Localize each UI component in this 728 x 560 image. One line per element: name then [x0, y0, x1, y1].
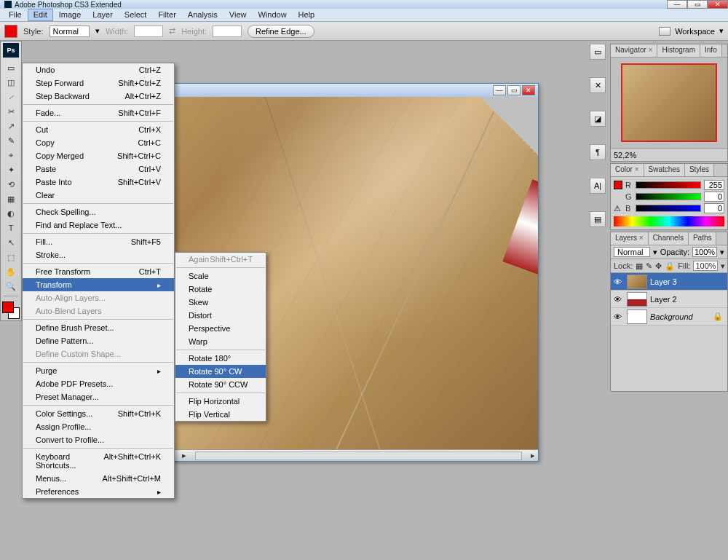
- menu-item-flip-vertical[interactable]: Flip Vertical: [175, 408, 266, 421]
- menu-analysis[interactable]: Analysis: [182, 9, 223, 21]
- layer-row[interactable]: 👁Background🔒: [611, 308, 727, 326]
- menu-item-distort[interactable]: Distort: [175, 309, 266, 322]
- menu-item-clear[interactable]: Clear: [23, 189, 174, 202]
- menu-item-stroke-[interactable]: Stroke...: [23, 248, 174, 261]
- menu-view[interactable]: View: [223, 9, 253, 21]
- color-fg-icon[interactable]: [614, 181, 622, 189]
- tool-7[interactable]: ✦: [3, 162, 19, 177]
- tab-navigator[interactable]: Navigator: [611, 44, 657, 57]
- scroll-right-icon[interactable]: ▸: [531, 451, 535, 460]
- visibility-icon[interactable]: 👁: [611, 312, 624, 321]
- menu-item-cut[interactable]: CutCtrl+X: [23, 123, 174, 136]
- menu-file[interactable]: File: [3, 9, 28, 21]
- menu-item-define-pattern-[interactable]: Define Pattern...: [23, 334, 174, 347]
- menu-item-copy-merged[interactable]: Copy MergedShift+Ctrl+C: [23, 149, 174, 162]
- tab-color[interactable]: Color: [611, 164, 644, 176]
- menu-item-rotate-90-ccw[interactable]: Rotate 90° CCW: [175, 378, 266, 391]
- tab-paths[interactable]: Paths: [689, 232, 717, 245]
- menu-layer[interactable]: Layer: [87, 9, 119, 21]
- opacity-input[interactable]: 100%: [692, 247, 717, 257]
- shape-layer-icon[interactable]: [4, 25, 17, 38]
- tab-layers[interactable]: Layers: [611, 232, 649, 245]
- close-button[interactable]: ✕: [708, 0, 728, 9]
- b-slider[interactable]: [636, 205, 701, 212]
- tab-swatches[interactable]: Swatches: [644, 164, 685, 176]
- tool-8[interactable]: ⟲: [3, 177, 19, 192]
- doc-info-arrow-icon[interactable]: ▸: [182, 451, 186, 460]
- menu-item-warp[interactable]: Warp: [175, 335, 266, 348]
- menu-window[interactable]: Window: [252, 9, 292, 21]
- tab-styles[interactable]: Styles: [685, 164, 714, 176]
- foreground-color-swatch[interactable]: [2, 301, 14, 313]
- menu-item-rotate[interactable]: Rotate: [175, 283, 266, 296]
- menu-item-convert-to-profile-[interactable]: Convert to Profile...: [23, 433, 174, 446]
- tab-histogram[interactable]: Histogram: [657, 44, 700, 57]
- refine-edge-button[interactable]: Refine Edge...: [248, 25, 314, 38]
- blend-mode-select[interactable]: Normal: [614, 247, 650, 257]
- menu-item-undo[interactable]: UndoCtrl+Z: [23, 63, 174, 76]
- maximize-button[interactable]: ▭: [687, 0, 708, 9]
- tool-5[interactable]: ✎: [3, 133, 19, 148]
- navigator-body[interactable]: [611, 58, 727, 148]
- navigator-thumbnail[interactable]: [621, 63, 717, 142]
- menu-item-color-settings-[interactable]: Color Settings...Shift+Ctrl+K: [23, 407, 174, 420]
- layer-row[interactable]: 👁Layer 3: [611, 273, 727, 291]
- dock-icon-6[interactable]: ▤: [590, 211, 606, 227]
- visibility-icon[interactable]: 👁: [611, 295, 624, 304]
- height-input[interactable]: [213, 25, 242, 37]
- doc-maximize-button[interactable]: ▭: [507, 85, 521, 95]
- menu-item-menus-[interactable]: Menus...Alt+Shift+Ctrl+M: [23, 472, 174, 485]
- menu-item-rotate-90-cw[interactable]: Rotate 90° CW: [175, 365, 266, 378]
- menu-select[interactable]: Select: [119, 9, 153, 21]
- workspace-switcher[interactable]: Workspace▾: [659, 26, 724, 36]
- dock-icon-1[interactable]: ▭: [590, 44, 606, 60]
- tool-4[interactable]: ↗: [3, 119, 19, 133]
- menu-help[interactable]: Help: [293, 9, 321, 21]
- menu-item-keyboard-shortcuts-[interactable]: Keyboard Shortcuts...Alt+Shift+Ctrl+K: [23, 450, 174, 472]
- warning-icon[interactable]: ⚠: [614, 204, 622, 213]
- r-slider[interactable]: [636, 181, 701, 189]
- layer-thumbnail[interactable]: [627, 292, 647, 307]
- lock-paint-icon[interactable]: ✎: [646, 261, 652, 271]
- tool-13[interactable]: ⬚: [3, 250, 19, 264]
- b-value[interactable]: 0: [704, 203, 724, 213]
- width-input[interactable]: [134, 25, 163, 37]
- tool-15[interactable]: 🔍: [3, 279, 19, 293]
- menu-item-purge[interactable]: Purge: [23, 364, 174, 377]
- menu-item-check-spelling-[interactable]: Check Spelling...: [23, 205, 174, 218]
- layer-row[interactable]: 👁Layer 2: [611, 291, 727, 308]
- menu-item-transform[interactable]: Transform: [23, 278, 174, 291]
- color-swatches[interactable]: [2, 301, 20, 319]
- menu-image[interactable]: Image: [53, 9, 87, 21]
- lock-position-icon[interactable]: ✥: [655, 261, 662, 271]
- menu-item-fade-[interactable]: Fade...Shift+Ctrl+F: [23, 106, 174, 119]
- g-slider[interactable]: [636, 193, 701, 200]
- menu-item-step-forward[interactable]: Step ForwardShift+Ctrl+Z: [23, 76, 174, 90]
- menu-filter[interactable]: Filter: [152, 9, 181, 21]
- menu-item-rotate-180-[interactable]: Rotate 180°: [175, 352, 266, 365]
- tool-0[interactable]: ▭: [3, 60, 19, 75]
- horizontal-scrollbar[interactable]: [195, 451, 522, 460]
- menu-item-preferences[interactable]: Preferences: [23, 485, 174, 498]
- menu-item-skew[interactable]: Skew: [175, 296, 266, 309]
- minimize-button[interactable]: —: [667, 0, 687, 9]
- r-value[interactable]: 255: [704, 180, 724, 190]
- tool-1[interactable]: ◫: [3, 75, 19, 90]
- tool-3[interactable]: ✂: [3, 104, 19, 119]
- tool-10[interactable]: ◐: [3, 206, 19, 221]
- navigator-zoom[interactable]: 52,2%: [614, 151, 636, 159]
- lock-all-icon[interactable]: 🔒: [665, 261, 675, 271]
- ps-logo-icon[interactable]: Ps: [3, 43, 19, 58]
- visibility-icon[interactable]: 👁: [611, 277, 624, 286]
- menu-item-find-and-replace-text-[interactable]: Find and Replace Text...: [23, 218, 174, 232]
- menu-item-paste[interactable]: PasteCtrl+V: [23, 162, 174, 176]
- menu-item-preset-manager-[interactable]: Preset Manager...: [23, 390, 174, 403]
- tool-11[interactable]: T: [3, 221, 19, 235]
- tool-6[interactable]: ⌖: [3, 148, 19, 162]
- layer-thumbnail[interactable]: [627, 309, 647, 324]
- menu-item-free-transform[interactable]: Free TransformCtrl+T: [23, 265, 174, 278]
- menu-item-define-brush-preset-[interactable]: Define Brush Preset...: [23, 321, 174, 334]
- style-select[interactable]: Normal: [50, 25, 90, 37]
- dock-icon-2[interactable]: ✕: [590, 77, 606, 93]
- fill-input[interactable]: 100%: [693, 261, 718, 271]
